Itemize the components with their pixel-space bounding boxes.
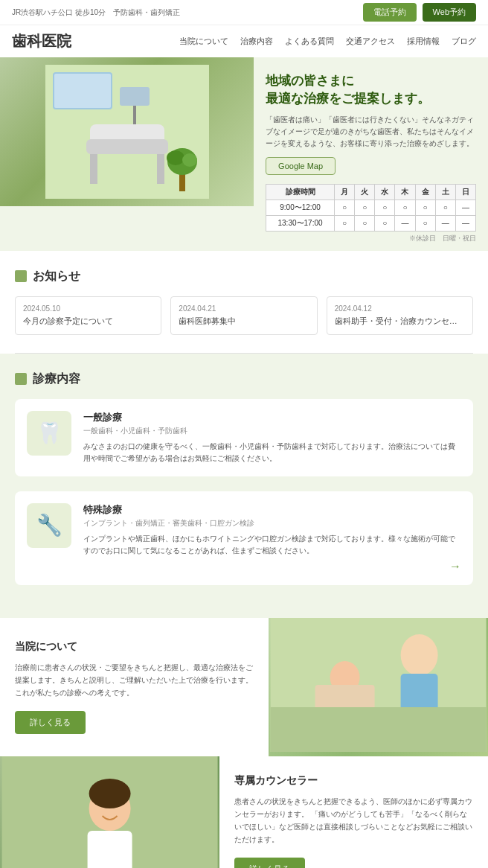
news-text: 歯科助手・受付・治療カウンセ… (335, 316, 465, 327)
hero-section: 地域の皆さまに 最適な治療をご提案します。 「歯医者は痛い」「歯医者には行きたく… (0, 57, 488, 251)
news-card[interactable]: 2024.04.12歯科助手・受付・治療カウンセ… (327, 296, 473, 335)
treatment-name: 特殊診療 (83, 503, 461, 517)
hero-image (0, 57, 254, 206)
about-title: 当院について (15, 640, 254, 654)
news-text: 今月の診察予定について (23, 316, 153, 327)
schedule-table: 診療時間月火水木金土日 9:00〜12:00○○○○○○—13:30〜17:00… (266, 184, 476, 232)
counselor-image (0, 756, 219, 868)
svg-point-21 (89, 779, 131, 808)
nav-blog[interactable]: ブログ (452, 36, 476, 47)
treatment-icon: 🦷 (27, 411, 71, 456)
about-detail-btn[interactable]: 詳しく見る (15, 711, 86, 734)
hero-title: 地域の皆さまに 最適な治療をご提案します。 (266, 72, 476, 108)
treatment-info: 一般診療 一般歯科・小児歯科・予防歯科 みなさまのお口の健康を守るべく、一般歯科… (83, 411, 461, 465)
title-bar-icon-2 (15, 373, 27, 385)
treatment-desc: インプラントや矯正歯科、ほかにもホワイトニングや口腔ガン検診まで対応しております… (83, 533, 461, 557)
schedule-note: ※休診日 日曜・祝日 (266, 234, 476, 243)
svg-rect-2 (54, 74, 111, 108)
svg-rect-4 (86, 139, 168, 154)
tel-btn-top[interactable]: 電話予約 (363, 3, 417, 22)
topbar: JR渋谷駅ハチ公口 徒歩10分 予防歯科・歯列矯正 電話予約 Web予約 (0, 0, 488, 25)
svg-rect-6 (157, 154, 164, 184)
counselor-section: 専属カウンセラー 患者さんの状況をきちんと把握できるよう、医師のほかに必ず専属カ… (0, 756, 488, 868)
hero-image-placeholder (0, 57, 254, 206)
title-bar-icon (15, 270, 27, 282)
treatment-item[interactable]: 🔧 特殊診療 インプラント・歯列矯正・審美歯科・口腔ガン検診 インプラントや矯正… (15, 491, 473, 585)
nav-access[interactable]: 交通アクセス (346, 36, 395, 47)
counselor-content: 専属カウンセラー 患者さんの状況をきちんと把握できるよう、医師のほかに必ず専属カ… (219, 756, 488, 868)
news-card[interactable]: 2024.05.10今月の診察予定について (15, 296, 161, 335)
counselor-detail-btn[interactable]: 詳しく見る (234, 858, 305, 868)
svg-point-11 (167, 150, 184, 165)
treatment-item[interactable]: 🦷 一般診療 一般歯科・小児歯科・予防歯科 みなさまのお口の健康を守るべく、一般… (15, 399, 473, 476)
hero-text: 「歯医者は痛い」「歯医者には行きたくない」そんなネガティブなイメージで足が遠のき… (266, 114, 476, 150)
nav-faq[interactable]: よくある質問 (285, 36, 334, 47)
about-section: 当院について 治療前に患者さんの状況・ご要望をきちんと把握し、最適な治療法をご提… (0, 618, 488, 756)
svg-rect-18 (270, 707, 486, 752)
svg-rect-22 (88, 831, 132, 868)
header: 歯科医院 当院について 治療内容 よくある質問 交通アクセス 採用情報 ブログ (0, 25, 488, 57)
about-content: 当院について 治療前に患者さんの状況・ご要望をきちんと把握し、最適な治療法をご提… (0, 618, 269, 756)
svg-rect-5 (90, 154, 97, 184)
treatment-sub: インプラント・歯列矯正・審美歯科・口腔ガン検診 (83, 518, 461, 529)
news-text: 歯科医師募集中 (179, 316, 309, 327)
news-card[interactable]: 2024.04.21歯科医師募集中 (170, 296, 317, 335)
main-nav: 当院について 治療内容 よくある質問 交通アクセス 採用情報 ブログ (179, 36, 476, 47)
about-svg (269, 618, 488, 752)
about-image (269, 618, 488, 756)
nav-recruit[interactable]: 採用情報 (407, 36, 440, 47)
hero-content: 地域の皆さまに 最適な治療をご提案します。 「歯医者は痛い」「歯医者には行きたく… (254, 57, 488, 251)
arrow-icon: → (83, 560, 461, 573)
news-date: 2024.04.12 (335, 304, 465, 313)
svg-rect-8 (120, 87, 150, 106)
hero-illustration (45, 65, 209, 199)
map-button[interactable]: Google Map (266, 157, 336, 175)
news-title: お知らせ (15, 269, 473, 284)
svg-point-12 (182, 153, 197, 167)
news-section: お知らせ 2024.05.10今月の診察予定について2024.04.21歯科医師… (0, 251, 488, 353)
counselor-svg (0, 756, 219, 868)
news-grid: 2024.05.10今月の診察予定について2024.04.21歯科医師募集中20… (15, 296, 473, 335)
counselor-text: 患者さんの状況をきちんと把握できるよう、医師のほかに必ず専属カウンセラーがおりま… (234, 795, 473, 846)
treatment-items: 🦷 一般診療 一般歯科・小児歯科・予防歯科 みなさまのお口の健康を守るべく、一般… (15, 399, 473, 585)
news-date: 2024.04.21 (179, 304, 309, 313)
nav-treatment[interactable]: 治療内容 (240, 36, 273, 47)
counselor-title: 専属カウンセラー (234, 774, 473, 788)
hero-inner: 地域の皆さまに 最適な治療をご提案します。 「歯医者は痛い」「歯医者には行きたく… (0, 57, 488, 251)
treatment-name: 一般診療 (83, 411, 461, 424)
topbar-buttons: 電話予約 Web予約 (363, 3, 476, 22)
treatment-desc: みなさまのお口の健康を守るべく、一般歯科・小児歯科・予防歯科まで対応しております… (83, 441, 461, 465)
treatment-title: 診療内容 (15, 371, 473, 387)
nav-about[interactable]: 当院について (179, 36, 228, 47)
topbar-info: JR渋谷駅ハチ公口 徒歩10分 予防歯科・歯列矯正 (12, 7, 180, 18)
treatment-sub: 一般歯科・小児歯科・予防歯科 (83, 426, 461, 436)
treatment-section: 診療内容 🦷 一般診療 一般歯科・小児歯科・予防歯科 みなさまのお口の健康を守る… (0, 354, 488, 618)
web-btn-top[interactable]: Web予約 (423, 3, 476, 22)
news-date: 2024.05.10 (23, 304, 153, 313)
about-text: 治療前に患者さんの状況・ご要望をきちんと把握し、最適な治療法をご提案します。きち… (15, 661, 254, 699)
treatment-info: 特殊診療 インプラント・歯列矯正・審美歯科・口腔ガン検診 インプラントや矯正歯科… (83, 503, 461, 573)
treatment-icon: 🔧 (27, 503, 71, 548)
svg-point-14 (400, 634, 437, 676)
site-title: 歯科医院 (12, 31, 71, 51)
